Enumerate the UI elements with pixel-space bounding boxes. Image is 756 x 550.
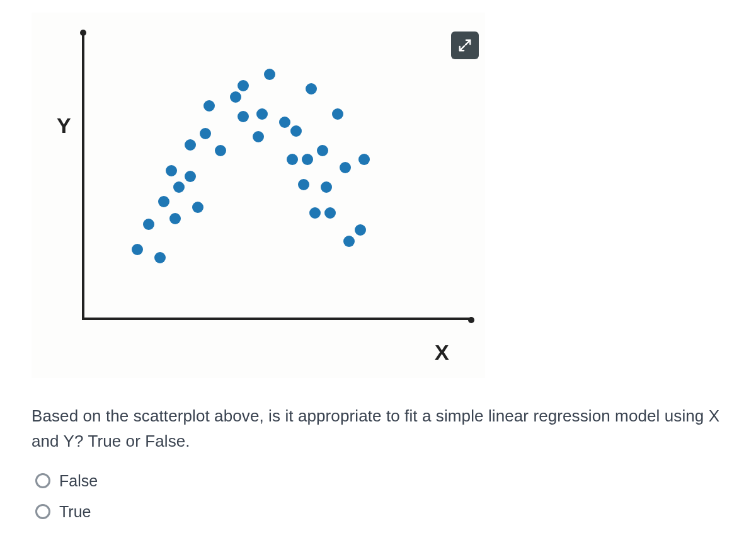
y-axis-label: Y (57, 113, 71, 138)
data-point (203, 100, 215, 112)
data-point (340, 162, 351, 173)
radio-icon (35, 473, 50, 488)
data-point (324, 207, 336, 219)
data-point (256, 108, 268, 120)
data-point (173, 181, 185, 193)
data-point (321, 181, 332, 193)
x-axis-end-tick (468, 317, 474, 323)
data-point (253, 131, 264, 142)
y-axis-end-tick (80, 30, 86, 36)
radio-icon (35, 504, 50, 519)
option-label: False (59, 472, 98, 490)
data-point (238, 80, 249, 91)
data-point (200, 128, 211, 139)
question-text: Based on the scatterplot above, is it ap… (32, 403, 724, 454)
data-point (158, 196, 169, 207)
option-true[interactable]: True (32, 499, 724, 530)
data-point (343, 236, 355, 247)
data-point (332, 108, 343, 120)
scatter-plot-area (82, 32, 472, 328)
x-axis (82, 318, 472, 320)
data-point (298, 179, 309, 190)
data-point (185, 171, 196, 182)
y-axis (82, 32, 84, 320)
data-point (192, 202, 203, 213)
data-point (264, 69, 275, 80)
data-point (279, 117, 290, 128)
data-point (143, 219, 154, 230)
chart-figure: Y X (32, 13, 485, 378)
data-point (238, 111, 249, 122)
data-point (230, 91, 241, 103)
option-false[interactable]: False (32, 468, 724, 499)
data-point (355, 224, 366, 236)
data-point (185, 139, 196, 151)
data-point (287, 154, 298, 165)
data-point (154, 252, 166, 263)
option-label: True (59, 503, 91, 521)
data-point (309, 207, 321, 219)
data-point (317, 145, 328, 156)
data-point (169, 213, 181, 224)
data-point (302, 154, 313, 165)
x-axis-label: X (435, 340, 449, 365)
data-point (166, 165, 177, 176)
data-point (358, 154, 370, 165)
data-point (290, 125, 302, 137)
data-point (306, 83, 317, 95)
data-point (132, 244, 143, 255)
data-point (215, 145, 226, 156)
answer-options: False True (32, 468, 724, 530)
